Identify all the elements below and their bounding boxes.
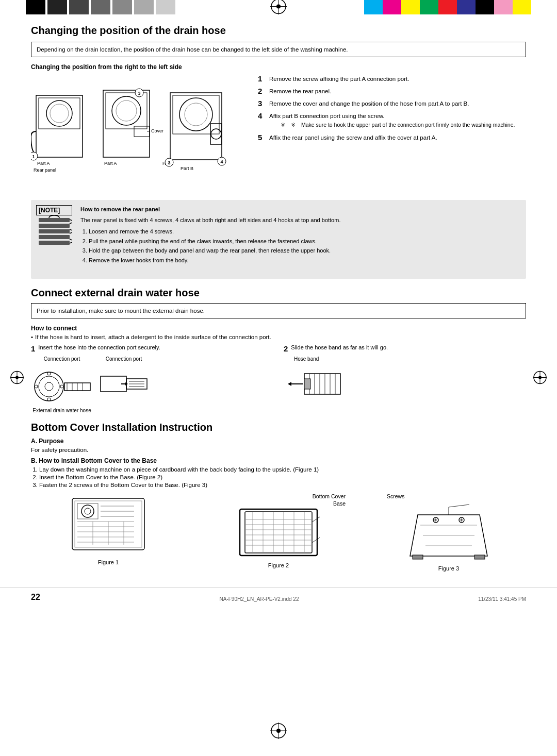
- figure1-col: Figure 1: [31, 493, 186, 565]
- connect-step2-col: 2 Slide the hose band as far as it will …: [284, 344, 526, 406]
- pink-swatch: [494, 0, 513, 14]
- color-swatch: [134, 0, 154, 14]
- install-step-2: Insert the Bottom Cover to the Base. (Fi…: [39, 474, 526, 480]
- conn-port2-svg: [98, 363, 150, 405]
- section2-info-box: Prior to installation, make sure to moun…: [31, 303, 526, 318]
- section1-title: Changing the position of the drain hose: [31, 25, 526, 37]
- connect-diagrams: Connection port: [31, 356, 273, 413]
- figure1-label: Figure 1: [31, 559, 186, 565]
- connect-steps-row: 1 Insert the hose into the connection po…: [31, 344, 526, 413]
- purpose-title: A. Purpose: [31, 438, 526, 445]
- hose-band-figure: Hose band: [284, 356, 526, 406]
- color-swatch: [26, 0, 45, 14]
- note-label: [NOTE]: [36, 205, 72, 215]
- svg-rect-120: [474, 555, 485, 559]
- yellow-swatch: [401, 0, 420, 14]
- how-to-connect-title: How to connect: [31, 325, 526, 332]
- svg-rect-75: [304, 379, 310, 389]
- svg-point-15: [50, 104, 69, 123]
- drain-hose-svg: 1 Part A Rear panel Cover: [31, 75, 248, 193]
- svg-marker-74: [288, 382, 291, 386]
- page-footer: 22 NA-F90H2_EN_AR-PE-V2.indd 22 11/23/11…: [0, 587, 557, 607]
- svg-line-107: [312, 537, 320, 543]
- note-content: How to remove the rear panel The rear pa…: [80, 205, 521, 274]
- svg-point-33: [185, 103, 207, 126]
- step-2: 2 Remove the rear panel.: [258, 87, 526, 95]
- black-swatch2: [476, 0, 494, 14]
- page-number: 22: [31, 593, 40, 602]
- install-title: B. How to install Bottom Cover to the Ba…: [31, 457, 526, 464]
- step-5: 5 Affix the rear panel using the screw a…: [258, 133, 526, 142]
- svg-point-23: [116, 100, 137, 121]
- figure2-annotations: Bottom Cover Base: [201, 493, 346, 507]
- step-4: 4 Affix part B connection port using the…: [258, 112, 526, 129]
- step-1: 1 Remove the screw affixing the part A c…: [258, 75, 526, 83]
- color-swatch: [47, 0, 67, 14]
- svg-point-50: [47, 372, 51, 375]
- note-step-1: Loosen and remove the 4 screws.: [89, 227, 521, 236]
- svg-point-51: [60, 385, 63, 388]
- svg-point-48: [39, 376, 59, 397]
- note-step-4: Remove the lower hooks from the body.: [89, 256, 521, 265]
- svg-rect-92: [245, 512, 312, 553]
- section2-title: Connect external drain water hose: [31, 287, 526, 299]
- svg-text:3: 3: [168, 160, 170, 165]
- svg-rect-45: [39, 235, 70, 239]
- note-step-2: Pull the panel while pushing the end of …: [89, 237, 521, 246]
- figure3-col: Screws: [371, 493, 526, 572]
- magenta-swatch: [383, 0, 401, 14]
- content-area: Changing the position of the drain hose …: [0, 14, 557, 582]
- footer-file: NA-F90H2_EN_AR-PE-V2.indd 22: [219, 596, 299, 602]
- connect-step1-col: 1 Insert the hose into the connection po…: [31, 344, 273, 413]
- note-step-3: Hold the gap between the body and panel …: [89, 246, 521, 255]
- green-swatch: [420, 0, 438, 14]
- svg-text:Part A: Part A: [37, 161, 50, 166]
- svg-text:Part A: Part A: [104, 161, 117, 166]
- svg-point-80: [85, 508, 91, 514]
- svg-rect-105: [240, 509, 317, 556]
- color-swatch: [112, 0, 132, 14]
- right-reg-mark: [533, 371, 547, 385]
- bottom-cover-figures: Figure 1 Bottom Cover Base: [31, 493, 526, 572]
- svg-text:Rear panel: Rear panel: [34, 167, 56, 173]
- svg-rect-42: [39, 218, 70, 222]
- figure2-label: Figure 2: [201, 562, 356, 568]
- hose-band-svg: [284, 363, 351, 405]
- conn-port2-figure: Connection port: [98, 356, 150, 413]
- purpose-text: For safety precaution.: [31, 447, 526, 453]
- svg-line-118: [449, 505, 469, 507]
- yellow-swatch2: [513, 0, 531, 14]
- blue-swatch: [457, 0, 476, 14]
- svg-rect-119: [413, 555, 423, 559]
- svg-text:1: 1: [32, 154, 35, 159]
- install-step-1: Lay down the washing machine on a piece …: [39, 466, 526, 473]
- install-step-3: Fasten the 2 screws of the Bottom Cover …: [39, 482, 526, 488]
- svg-rect-46: [39, 241, 70, 245]
- svg-rect-78: [77, 503, 98, 519]
- page-container: Changing the position of the drain hose …: [0, 0, 557, 756]
- figure3-screws-label: Screws: [387, 493, 526, 499]
- drain-hose-section: 1 Part A Rear panel Cover: [31, 75, 526, 195]
- svg-point-53: [35, 385, 38, 388]
- connect-step1-label: 1 Insert the hose into the connection po…: [31, 344, 273, 353]
- connect-step2-label: 2 Slide the hose band as far as it will …: [284, 344, 526, 353]
- section3-title: Bottom Cover Installation Instruction: [31, 422, 526, 433]
- figure2-svg: [237, 507, 320, 558]
- figure2-col: Bottom Cover Base: [201, 493, 356, 568]
- figure1-svg: [67, 493, 150, 555]
- svg-point-52: [47, 398, 51, 401]
- figure3-svg: [407, 499, 490, 561]
- figure3-label: Figure 3: [371, 565, 526, 572]
- svg-point-79: [81, 505, 94, 517]
- subsection-title: Changing the position from the right to …: [31, 63, 526, 71]
- drain-hose-steps: 1 Remove the screw affixing the part A c…: [258, 75, 526, 195]
- color-swatch: [156, 0, 175, 14]
- section1-info-box: Depending on the drain location, the pos…: [31, 42, 526, 57]
- note-steps-list: Loosen and remove the 4 screws. Pull the…: [89, 227, 521, 264]
- footer-date: 11/23/11 3:41:45 PM: [478, 596, 526, 602]
- left-reg-mark: [10, 371, 24, 385]
- conn-port1-figure: Connection port: [31, 356, 93, 413]
- bottom-reg-mark: [270, 723, 287, 741]
- note-panel-svg: [36, 215, 72, 272]
- svg-text:3: 3: [138, 91, 140, 96]
